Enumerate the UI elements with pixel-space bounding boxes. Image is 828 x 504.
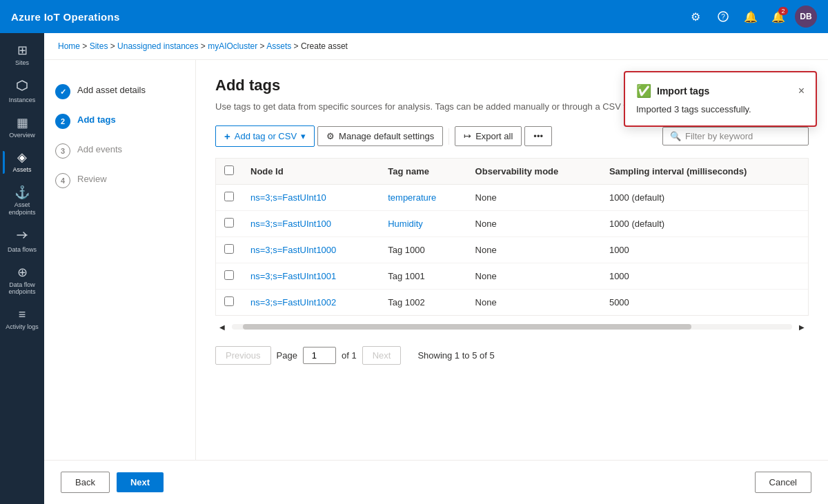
sidebar-label-data-flow-endpoints: Data flow endpoints [6, 281, 39, 296]
step-label-4: Review [77, 172, 107, 184]
toast-header: ✅ Import tags × [636, 83, 805, 99]
page-label: Page [277, 350, 297, 361]
step-circle-4: 4 [55, 173, 70, 188]
main-layout: ⊞ Sites Instances ▦ Overview ◈ Assets ⚓ … [0, 33, 828, 504]
cancel-button[interactable]: Cancel [755, 472, 811, 493]
row-tag-name: Humidity [379, 211, 466, 237]
data-flow-endpoints-icon: ⊕ [17, 266, 28, 279]
manage-settings-label: Manage default settings [339, 131, 434, 141]
export-all-button[interactable]: ↦ Export all [455, 126, 522, 146]
notification-badge: 2 [778, 7, 788, 15]
toast-notification: ✅ Import tags × Imported 3 tags successf… [624, 71, 817, 127]
row-observability-mode: None [467, 237, 601, 263]
notification-count-icon[interactable]: 🔔2 [767, 6, 789, 28]
sidebar-label-data-flows: Data flows [8, 246, 37, 254]
row-checkbox-0[interactable] [224, 192, 234, 201]
node-id-link-4[interactable]: ns=3;s=FastUInt1002 [250, 297, 336, 308]
row-sampling-interval: 1000 (default) [601, 211, 808, 237]
svg-marker-2 [17, 81, 27, 90]
gear-icon: ⚙ [326, 131, 335, 141]
step-add-tags[interactable]: 2 Add tags [55, 106, 184, 136]
scroll-track[interactable] [232, 324, 792, 330]
row-tag-name: Tag 1000 [379, 237, 466, 263]
breadcrumb-cluster[interactable]: myAIOcluster [208, 41, 257, 51]
row-checkbox-cell [216, 237, 242, 263]
tag-name-link-1[interactable]: Humidity [388, 219, 423, 229]
instances-icon [16, 79, 28, 94]
row-tag-name: Tag 1002 [379, 290, 466, 316]
breadcrumb-home[interactable]: Home [58, 41, 80, 51]
breadcrumb-unassigned-instances[interactable]: Unassigned instances [117, 41, 198, 51]
add-tag-csv-button[interactable]: + Add tag or CSV ▾ [215, 125, 315, 147]
filter-container: 🔍 [662, 127, 809, 145]
step-label-2: Add tags [77, 113, 116, 125]
sites-icon: ⊞ [17, 44, 28, 57]
help-icon[interactable]: ? [712, 6, 734, 28]
row-checkbox-2[interactable] [224, 244, 234, 254]
notification-bell-icon[interactable]: 🔔 [740, 6, 762, 28]
more-options-button[interactable]: ••• [524, 126, 552, 146]
tag-name-text-3: Tag 1001 [388, 271, 425, 281]
row-tag-name: Tag 1001 [379, 263, 466, 290]
sidebar-item-data-flows[interactable]: Data flows [3, 223, 41, 259]
scroll-right-button[interactable]: ▶ [795, 320, 809, 334]
row-checkbox-3[interactable] [224, 270, 234, 280]
row-checkbox-1[interactable] [224, 218, 234, 228]
sidebar-item-activity-logs[interactable]: ≡ Activity logs [3, 303, 41, 336]
sidebar-item-assets[interactable]: ◈ Assets [3, 145, 41, 179]
sidebar-item-overview[interactable]: ▦ Overview [3, 111, 41, 145]
row-checkbox-4[interactable] [224, 296, 234, 306]
sidebar-item-instances[interactable]: Instances [3, 74, 41, 110]
next-button-bottom[interactable]: Next [117, 472, 164, 492]
row-tag-name: temperature [379, 185, 466, 211]
node-id-link-1[interactable]: ns=3;s=FastUInt100 [250, 219, 331, 229]
manage-settings-button[interactable]: ⚙ Manage default settings [317, 126, 443, 146]
col-observability-mode: Observability mode [467, 159, 601, 185]
page-input[interactable] [303, 347, 336, 364]
previous-button[interactable]: Previous [215, 346, 271, 365]
sidebar-item-sites[interactable]: ⊞ Sites [3, 39, 41, 72]
sidebar-item-data-flow-endpoints[interactable]: ⊕ Data flow endpoints [3, 261, 41, 302]
step-add-asset-details[interactable]: ✓ Add asset details [55, 77, 184, 106]
back-button[interactable]: Back [61, 472, 110, 493]
export-all-label: Export all [475, 131, 513, 141]
data-flows-icon [16, 229, 28, 243]
toolbar-divider [448, 128, 449, 145]
row-checkbox-cell [216, 185, 242, 211]
tag-name-text-4: Tag 1002 [388, 297, 425, 308]
filter-input[interactable] [685, 131, 801, 141]
sidebar-label-overview: Overview [9, 132, 35, 139]
row-node-id: ns=3;s=FastUInt10 [242, 185, 379, 211]
sidebar-item-asset-endpoints[interactable]: ⚓ Asset endpoints [3, 181, 41, 222]
scroll-left-button[interactable]: ◀ [215, 320, 229, 334]
tag-name-link-0[interactable]: temperature [388, 192, 436, 203]
step-review[interactable]: 4 Review [55, 165, 184, 195]
breadcrumb-assets[interactable]: Assets [266, 41, 291, 51]
step-add-events[interactable]: 3 Add events [55, 136, 184, 165]
sidebar-label-asset-endpoints: Asset endpoints [6, 201, 39, 216]
node-id-link-3[interactable]: ns=3;s=FastUInt1001 [250, 271, 336, 281]
tag-name-text-2: Tag 1000 [388, 245, 425, 255]
breadcrumb-sites[interactable]: Sites [90, 41, 108, 51]
next-button[interactable]: Next [362, 346, 402, 365]
col-node-id: Node Id [242, 159, 379, 185]
row-observability-mode: None [467, 263, 601, 290]
sidebar-label-activity-logs: Activity logs [6, 323, 39, 331]
bottom-actions: Back Next Cancel [44, 460, 828, 504]
settings-icon[interactable]: ⚙ [684, 6, 707, 28]
row-checkbox-cell [216, 211, 242, 237]
avatar[interactable]: DB [795, 6, 817, 28]
row-observability-mode: None [467, 185, 601, 211]
table-row: ns=3;s=FastUInt1001 Tag 1001 None 1000 [216, 263, 808, 290]
breadcrumb: Home > Sites > Unassigned instances > my… [44, 33, 828, 60]
node-id-link-2[interactable]: ns=3;s=FastUInt1000 [250, 245, 336, 255]
row-sampling-interval: 1000 [601, 263, 808, 290]
step-label-3: Add events [77, 143, 122, 154]
toast-close-button[interactable]: × [798, 85, 805, 97]
table-row: ns=3;s=FastUInt10 temperature None 1000 … [216, 185, 808, 211]
step-circle-2: 2 [55, 114, 70, 129]
select-all-checkbox[interactable] [224, 165, 234, 175]
node-id-link-0[interactable]: ns=3;s=FastUInt10 [250, 192, 326, 203]
wizard-steps: ✓ Add asset details 2 Add tags 3 Add eve… [44, 60, 196, 460]
sidebar: ⊞ Sites Instances ▦ Overview ◈ Assets ⚓ … [0, 33, 44, 504]
